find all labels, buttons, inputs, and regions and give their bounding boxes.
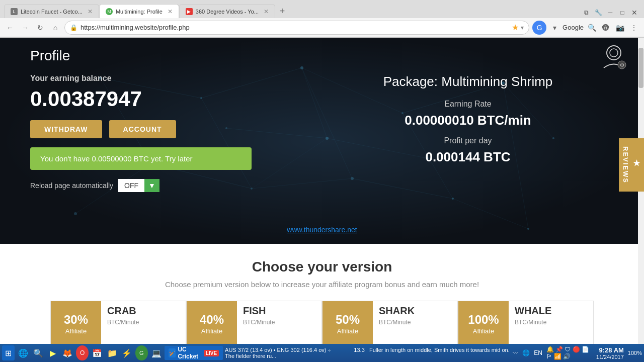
google-label: Google: [562, 24, 584, 31]
reload-row: Reload page automatically OFF ▼: [30, 179, 322, 192]
taskbar-app-7[interactable]: 📁: [106, 345, 118, 360]
page-content: ⚙ Profile Your earning balance 0.0038794…: [0, 38, 644, 344]
audio-wave-icon: 〰: [513, 350, 518, 356]
reviews-label: REVIEWS: [622, 146, 629, 184]
version-card-crab[interactable]: 30% Affiliate CRAB BTC/Minute: [50, 301, 186, 344]
tab-favicon-youtube: ▶: [186, 8, 193, 15]
live-badge: LIVE: [204, 350, 219, 356]
tab-strip-icon[interactable]: ⧉: [581, 7, 592, 18]
crab-info: CRAB BTC/Minute: [101, 301, 186, 330]
version-card-shark[interactable]: 50% Affiliate SHARK BTC/Minute: [322, 301, 458, 344]
network-icon: 🌐: [522, 349, 530, 356]
fish-rate: BTC/Minute: [243, 319, 315, 326]
address-bar[interactable]: 🔒 https://multimining.website/profile.ph…: [64, 21, 529, 35]
reload-dropdown[interactable]: OFF ▼: [118, 179, 159, 192]
camera-icon[interactable]: 📷: [614, 22, 626, 34]
shark-badge: 50% Affiliate: [323, 301, 373, 344]
tab-close-youtube[interactable]: ✕: [264, 8, 269, 15]
reviews-button[interactable]: ★ REVIEWS: [619, 138, 644, 192]
star-icon[interactable]: ★: [512, 23, 519, 32]
volume-label: 100%: [628, 350, 642, 356]
hero-section: ⚙ Profile Your earning balance 0.0038794…: [0, 38, 644, 244]
tab-close-multimining[interactable]: ✕: [168, 8, 173, 15]
taskbar-app-3[interactable]: ▶: [46, 345, 59, 360]
shark-rate: BTC/Minute: [379, 319, 451, 326]
withdraw-button[interactable]: WITHDRAW: [30, 120, 102, 138]
address-icons: ★ ▾: [512, 23, 524, 32]
cricket-badge[interactable]: 🏏 UC Cricket LIVE: [165, 346, 223, 360]
taskbar-app-10[interactable]: 💻: [150, 345, 163, 360]
svg-line-26: [453, 199, 528, 229]
taskbar-app-5[interactable]: O: [76, 345, 89, 360]
home-button[interactable]: ⌂: [49, 22, 61, 34]
ie-icon[interactable]: 🌐: [17, 345, 29, 360]
notice-box: You don't have 0.00500000 BTC yet. Try l…: [30, 147, 252, 170]
earning-rate-label: Earning Rate: [322, 100, 614, 109]
score-text: AUS 37/2 (13.4 ov) • ENG 302 (116.4 ov) …: [225, 347, 511, 359]
back-button[interactable]: ←: [4, 22, 16, 34]
tab-label-multimining: Multimining: Profile: [116, 9, 163, 15]
tab-label-litecoin: Litecoin Faucet - Getco...: [21, 9, 83, 15]
earning-rate-value: 0.00000010 BTC/min: [322, 113, 614, 128]
browser-toolbar: ← → ↻ ⌂ 🔒 https://multimining.website/pr…: [0, 18, 644, 37]
tab-label-youtube: 360 Degree Videos - Yo...: [196, 9, 259, 15]
fish-name: FISH: [243, 305, 315, 317]
tab-multimining[interactable]: M Multimining: Profile ✕: [99, 4, 179, 18]
lang-label: EN: [534, 349, 542, 356]
crab-rate: BTC/Minute: [107, 319, 180, 326]
search-icon[interactable]: 🔍: [586, 22, 598, 34]
shark-affiliate: Affiliate: [337, 327, 358, 335]
star-dropdown-icon[interactable]: ▾: [521, 24, 524, 31]
version-card-fish[interactable]: 40% Affiliate FISH BTC/Minute: [186, 301, 322, 344]
chrome-cast-icon[interactable]: 🅐: [600, 22, 612, 34]
watermark: www.thundershare.net: [287, 226, 357, 234]
tab-favicon-multimining: M: [106, 8, 113, 15]
version-section: Choose your version Choose premium versi…: [0, 244, 644, 344]
earning-label: Your earning balance: [30, 74, 322, 83]
tab-close-litecoin[interactable]: ✕: [88, 8, 93, 15]
taskbar-app-8[interactable]: ⚡: [120, 345, 133, 360]
start-button[interactable]: ⊞: [2, 345, 15, 360]
google-account-icon[interactable]: G: [532, 21, 546, 35]
taskbar-app-2[interactable]: 🔍: [32, 345, 44, 360]
url-display: https://multimining.website/profile.php: [80, 24, 509, 31]
minimize-btn[interactable]: ─: [605, 7, 616, 18]
whale-affiliate: Affiliate: [473, 327, 494, 335]
account-button[interactable]: ACCOUNT: [109, 120, 176, 138]
tab-youtube[interactable]: ▶ 360 Degree Videos - Yo... ✕: [179, 4, 275, 18]
browser-chrome: L Litecoin Faucet - Getco... ✕ M Multimi…: [0, 0, 644, 38]
action-buttons: WITHDRAW ACCOUNT: [30, 120, 322, 138]
forward-button[interactable]: →: [19, 22, 31, 34]
tab-litecoin[interactable]: L Litecoin Faucet - Getco... ✕: [4, 4, 99, 18]
whale-name: WHALE: [515, 305, 587, 317]
version-title: Choose your version: [30, 259, 614, 275]
profit-value: 0.000144 BTC: [322, 149, 614, 165]
taskbar-app-4[interactable]: 🦊: [61, 345, 74, 360]
version-card-whale[interactable]: 100% Affiliate WHALE BTC/Minute: [458, 301, 594, 344]
maximize-btn[interactable]: □: [617, 7, 628, 18]
close-btn[interactable]: ✕: [629, 7, 640, 18]
whale-rate: BTC/Minute: [515, 319, 587, 326]
cricket-label: UC Cricket: [178, 346, 201, 360]
left-column: Your earning balance 0.00387947 WITHDRAW…: [30, 74, 322, 192]
extensions-icon[interactable]: 🔧: [593, 7, 604, 18]
new-tab-button[interactable]: +: [275, 4, 289, 18]
reload-value: OFF: [118, 179, 144, 192]
refresh-button[interactable]: ↻: [34, 22, 46, 34]
version-subtitle: Choose premium version below to increase…: [30, 280, 614, 289]
whale-percent: 100%: [468, 313, 499, 327]
star-icon: ★: [631, 158, 641, 169]
menu-icon[interactable]: ⋮: [628, 22, 640, 34]
crab-name: CRAB: [107, 305, 180, 317]
lock-icon: 🔒: [70, 24, 77, 31]
account-dropdown-icon[interactable]: ▾: [548, 22, 560, 34]
fish-info: FISH BTC/Minute: [237, 301, 321, 330]
hero-content: Profile Your earning balance 0.00387947 …: [30, 48, 614, 192]
reload-label: Reload page automatically: [30, 182, 113, 190]
reload-chevron-icon[interactable]: ▼: [144, 179, 159, 192]
tab-favicon-litecoin: L: [11, 8, 18, 15]
taskbar-app-6[interactable]: 📅: [91, 345, 103, 360]
taskbar-app-9[interactable]: G: [135, 345, 148, 360]
browser-actions: G ▾ Google 🔍 🅐 📷 ⋮: [532, 21, 640, 35]
scrollbar-thumb[interactable]: [638, 48, 643, 88]
